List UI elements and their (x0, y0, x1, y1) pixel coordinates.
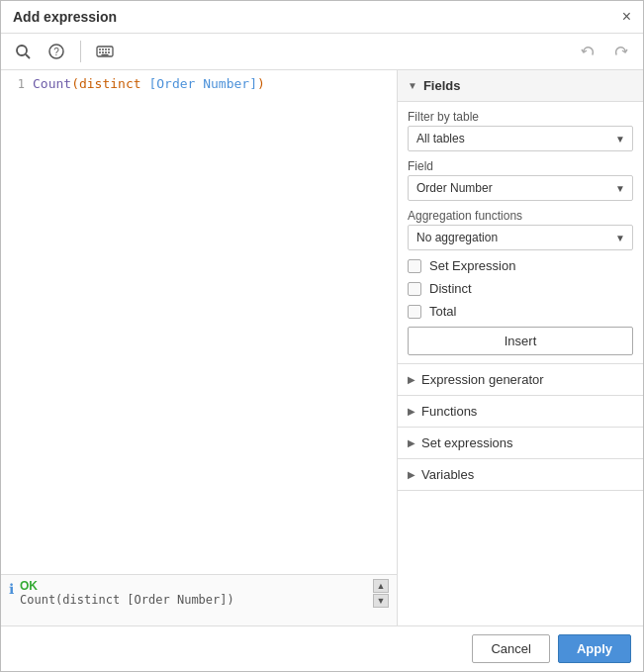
functions-header[interactable]: ▶ Functions (398, 396, 643, 427)
fields-chevron-down: ▼ (408, 80, 417, 91)
cancel-button[interactable]: Cancel (472, 634, 549, 663)
code-count: Count (33, 76, 71, 91)
right-panel: ▼ Fields Filter by table All tables ▼ (398, 70, 643, 625)
set-expressions-section: ▶ Set expressions (398, 428, 643, 459)
filter-by-table-label: Filter by table (408, 110, 633, 124)
fields-section-header[interactable]: ▼ Fields (398, 70, 643, 102)
distinct-checkbox[interactable] (408, 282, 421, 296)
undo-icon[interactable] (574, 38, 601, 65)
total-row: Total (408, 304, 633, 319)
distinct-label: Distinct (429, 281, 472, 296)
filter-by-table-select-wrapper: All tables ▼ (408, 126, 633, 151)
svg-line-1 (26, 54, 30, 58)
aggregation-label: Aggregation functions (408, 209, 633, 223)
insert-button[interactable]: Insert (408, 327, 633, 355)
editor-line-1: 1 Count(distinct [Order Number]) (5, 76, 393, 91)
aggregation-select[interactable]: No aggregation (408, 225, 633, 250)
functions-chevron: ▶ (408, 406, 415, 417)
add-expression-dialog: Add expression × ? (0, 0, 644, 672)
redo-icon[interactable] (607, 38, 635, 65)
editor-status: ℹ OK Count(distinct [Order Number]) ▲ ▼ (1, 574, 397, 625)
expression-generator-section: ▶ Expression generator (398, 364, 643, 396)
editor-panel: 1 Count(distinct [Order Number]) ℹ OK Co… (1, 70, 398, 625)
status-text-block: OK Count(distinct [Order Number]) (20, 579, 367, 607)
status-expression: Count(distinct [Order Number]) (20, 593, 367, 607)
total-checkbox[interactable] (408, 305, 421, 319)
expression-generator-header[interactable]: ▶ Expression generator (398, 364, 643, 395)
status-ok: OK (20, 579, 367, 593)
functions-label: Functions (421, 404, 477, 419)
variables-label: Variables (421, 467, 474, 482)
aggregation-group: Aggregation functions No aggregation ▼ (408, 209, 633, 250)
code-close: ) (257, 76, 265, 91)
fields-section-label: Fields (423, 78, 461, 93)
main-content: 1 Count(distinct [Order Number]) ℹ OK Co… (1, 70, 643, 625)
field-select-wrapper: Order Number ▼ (408, 175, 633, 201)
keyboard-icon[interactable] (91, 38, 119, 65)
variables-chevron: ▶ (408, 469, 415, 480)
distinct-row: Distinct (408, 281, 633, 296)
set-expressions-header[interactable]: ▶ Set expressions (398, 428, 643, 458)
close-button[interactable]: × (622, 9, 631, 25)
set-expressions-label: Set expressions (421, 435, 513, 450)
variables-section: ▶ Variables (398, 459, 643, 491)
scroll-down-arrow[interactable]: ▼ (373, 594, 389, 608)
svg-text:?: ? (53, 47, 59, 57)
help-icon[interactable]: ? (43, 38, 70, 65)
svg-point-0 (17, 46, 27, 55)
fields-content: Filter by table All tables ▼ Field Order… (398, 102, 643, 364)
scroll-up-arrow[interactable]: ▲ (373, 579, 389, 593)
set-expressions-chevron: ▶ (408, 437, 415, 448)
code-field-name: Order Number (156, 76, 249, 91)
status-scroll: ▲ ▼ (373, 579, 389, 608)
code-open: ( (71, 76, 79, 91)
apply-button[interactable]: Apply (558, 634, 631, 663)
dialog-footer: Cancel Apply (1, 625, 643, 671)
set-expression-row: Set Expression (408, 258, 633, 273)
field-group: Field Order Number ▼ (408, 159, 633, 201)
filter-by-table-select[interactable]: All tables (408, 126, 633, 151)
set-expression-checkbox[interactable] (408, 259, 421, 273)
info-icon: ℹ (9, 581, 14, 597)
filter-by-table-group: Filter by table All tables ▼ (408, 110, 633, 151)
total-label: Total (429, 304, 456, 319)
search-icon[interactable] (9, 38, 37, 65)
code-field: [Order Number] (141, 76, 257, 91)
editor-body[interactable]: 1 Count(distinct [Order Number]) (1, 70, 397, 574)
expression-generator-chevron: ▶ (408, 374, 415, 385)
dialog-header: Add expression × (1, 1, 643, 34)
aggregation-select-wrapper: No aggregation ▼ (408, 225, 633, 250)
variables-header[interactable]: ▶ Variables (398, 459, 643, 490)
expression-generator-label: Expression generator (421, 372, 544, 387)
editor-code: Count(distinct [Order Number]) (33, 76, 265, 91)
toolbar-separator (80, 41, 81, 62)
toolbar: ? (1, 34, 643, 70)
field-label: Field (408, 159, 633, 173)
field-select[interactable]: Order Number (408, 175, 633, 201)
dialog-title: Add expression (13, 9, 117, 25)
set-expression-label: Set Expression (429, 258, 515, 273)
line-number: 1 (5, 76, 25, 91)
code-distinct: distinct (79, 76, 141, 91)
functions-section: ▶ Functions (398, 396, 643, 428)
